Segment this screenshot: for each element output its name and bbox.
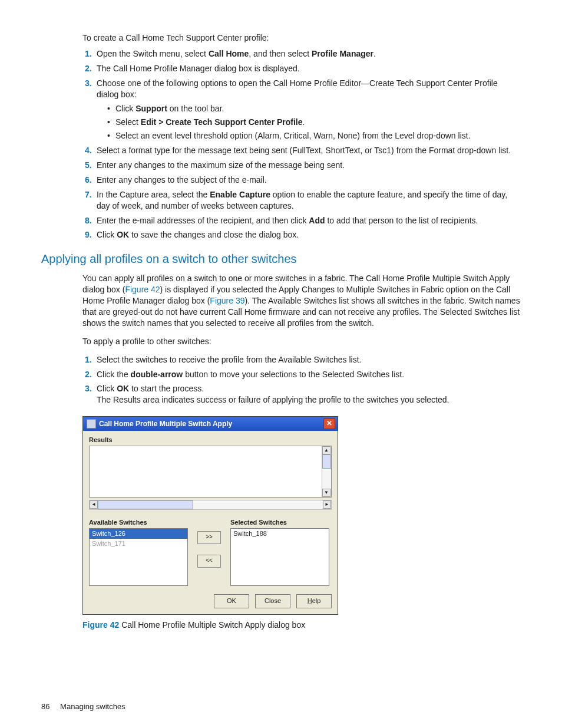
dialog-window: Call Home Profile Multiple Switch Apply … bbox=[82, 416, 338, 615]
t: to add that person to the list of recipi… bbox=[325, 216, 478, 225]
results-label: Results bbox=[89, 436, 332, 444]
t: Click bbox=[97, 230, 117, 239]
t: Click bbox=[115, 104, 135, 113]
step-text: Select a format type for the message tex… bbox=[97, 146, 511, 155]
t: Select the switches to receive the profi… bbox=[97, 355, 362, 364]
step-text: Choose one of the following options to o… bbox=[97, 78, 498, 99]
t: Click bbox=[97, 384, 117, 393]
list-item[interactable]: Switch_188 bbox=[231, 529, 329, 539]
bold: double-arrow bbox=[131, 370, 183, 379]
sub-item: Select Edit > Create Tech Support Center… bbox=[107, 117, 521, 128]
scroll-up-icon[interactable]: ▲ bbox=[322, 446, 330, 454]
bold: Enable Capture bbox=[210, 190, 270, 199]
available-label: Available Switches bbox=[89, 518, 188, 527]
step-text: , and then select bbox=[249, 49, 312, 58]
vertical-scrollbar[interactable]: ▲ ▼ bbox=[322, 446, 331, 497]
page-number: 86 bbox=[41, 701, 49, 712]
scroll-thumb[interactable] bbox=[322, 454, 331, 469]
step-9: 9. Click OK to save the changes and clos… bbox=[97, 229, 521, 241]
figure-link-39[interactable]: Figure 39 bbox=[210, 296, 244, 305]
selected-column: Selected Switches Switch_188 bbox=[230, 518, 329, 586]
t: to save the changes and close the dialog… bbox=[129, 230, 299, 239]
dialog-title: Call Home Profile Multiple Switch Apply bbox=[99, 419, 323, 429]
app-icon bbox=[87, 419, 96, 429]
t: Select an event level threshold option (… bbox=[115, 131, 471, 140]
close-button[interactable]: Close bbox=[255, 594, 290, 608]
t: button to move your selections to the Se… bbox=[183, 370, 404, 379]
figure-caption: Figure 42 Call Home Profile Multiple Swi… bbox=[82, 620, 521, 631]
t: Click the bbox=[97, 370, 131, 379]
intro-text-2: To apply a profile to other switches: bbox=[82, 336, 521, 347]
procedure-list-2: 1.Select the switches to receive the pro… bbox=[82, 354, 521, 406]
t: The Results area indicates success or fa… bbox=[97, 395, 449, 404]
step-3: 3. Choose one of the following options t… bbox=[97, 78, 521, 141]
step-2: 2. Click the double-arrow button to move… bbox=[97, 369, 521, 380]
page-footer: 86 Managing switches bbox=[41, 701, 521, 712]
step-2: 2. The Call Home Profile Manager dialog … bbox=[97, 63, 521, 74]
available-listbox[interactable]: Switch_126 Switch_171 bbox=[89, 528, 188, 586]
footer-section: Managing switches bbox=[60, 702, 125, 711]
t: Select bbox=[115, 117, 141, 127]
available-column: Available Switches Switch_126 Switch_171 bbox=[89, 518, 188, 586]
horizontal-scrollbar[interactable]: ◄ ► bbox=[89, 500, 332, 510]
close-icon[interactable]: ✕ bbox=[323, 419, 335, 429]
step-4: 4.Select a format type for the message t… bbox=[97, 145, 521, 156]
scroll-track[interactable] bbox=[322, 454, 331, 489]
step-7: 7. In the Capture area, select the Enabl… bbox=[97, 189, 521, 212]
figure-link-42[interactable]: Figure 42 bbox=[125, 285, 160, 294]
move-left-button[interactable]: << bbox=[197, 555, 221, 568]
scroll-right-icon[interactable]: ► bbox=[323, 500, 331, 509]
bold: Support bbox=[135, 104, 167, 113]
bold: Add bbox=[309, 216, 325, 225]
figure-number: Figure 42 bbox=[82, 620, 119, 630]
step-text: Enter any changes to the subject of the … bbox=[97, 175, 267, 185]
help-button[interactable]: Help bbox=[296, 594, 332, 608]
step-text: Enter any changes to the maximum size of… bbox=[97, 160, 345, 170]
sublist: Click Support on the tool bar. Select Ed… bbox=[107, 103, 521, 141]
bold: OK bbox=[117, 384, 129, 393]
ok-button[interactable]: OK bbox=[214, 594, 249, 608]
procedure-list-1: 1. Open the Switch menu, select Call Hom… bbox=[82, 48, 521, 241]
bold: Call Home bbox=[209, 49, 249, 58]
transfer-buttons: >> << bbox=[188, 518, 230, 568]
step-3: 3. Click OK to start the process. The Re… bbox=[97, 383, 521, 406]
list-item[interactable]: Switch_126 bbox=[90, 529, 187, 539]
t: to start the process. bbox=[129, 384, 204, 393]
intro-text: To create a Call Home Tech Support Cente… bbox=[82, 32, 521, 44]
scroll-down-icon[interactable]: ▼ bbox=[322, 489, 330, 497]
t: In the Capture area, select the bbox=[97, 190, 210, 199]
step-text: . bbox=[373, 49, 376, 58]
results-textarea[interactable]: ▲ ▼ bbox=[89, 446, 332, 498]
sub-item: Select an event level threshold option (… bbox=[107, 130, 521, 141]
move-right-button[interactable]: >> bbox=[197, 531, 221, 544]
list-item: Switch_171 bbox=[90, 539, 187, 549]
dialog-button-row: OK Close Help bbox=[89, 594, 332, 608]
scroll-thumb[interactable] bbox=[98, 500, 193, 509]
t: . bbox=[303, 117, 305, 127]
bold: Edit > Create Tech Support Center Profil… bbox=[141, 117, 303, 127]
step-text: Open the Switch menu, select bbox=[97, 49, 209, 58]
title-bar: Call Home Profile Multiple Switch Apply … bbox=[83, 417, 338, 431]
scroll-track[interactable] bbox=[98, 500, 323, 509]
step-1: 1. Open the Switch menu, select Call Hom… bbox=[97, 48, 521, 60]
step-8: 8. Enter the e-mail addresses of the rec… bbox=[97, 215, 521, 226]
figure-caption-text: Call Home Profile Multiple Switch Apply … bbox=[119, 620, 305, 630]
bold: Profile Manager bbox=[312, 49, 373, 58]
step-6: 6.Enter any changes to the subject of th… bbox=[97, 174, 521, 186]
section-para: You can apply all profiles on a switch t… bbox=[82, 273, 521, 328]
step-5: 5.Enter any changes to the maximum size … bbox=[97, 160, 521, 171]
t: on the tool bar. bbox=[167, 104, 224, 113]
scroll-left-icon[interactable]: ◄ bbox=[90, 500, 98, 509]
selected-label: Selected Switches bbox=[230, 518, 329, 527]
t: Enter the e-mail addresses of the recipi… bbox=[97, 216, 309, 225]
dialog-body: Results ▲ ▼ ◄ ► Available Switches Switc… bbox=[83, 431, 338, 614]
section-heading: Applying all profiles on a switch to oth… bbox=[41, 251, 521, 267]
bold: OK bbox=[117, 230, 129, 239]
figure-area: Call Home Profile Multiple Switch Apply … bbox=[82, 416, 521, 631]
step-text: The Call Home Profile Manager dialog box… bbox=[97, 64, 300, 73]
sub-item: Click Support on the tool bar. bbox=[107, 103, 521, 114]
step-1: 1.Select the switches to receive the pro… bbox=[97, 354, 521, 365]
selected-listbox[interactable]: Switch_188 bbox=[230, 528, 329, 586]
switch-transfer-panel: Available Switches Switch_126 Switch_171… bbox=[89, 518, 332, 586]
